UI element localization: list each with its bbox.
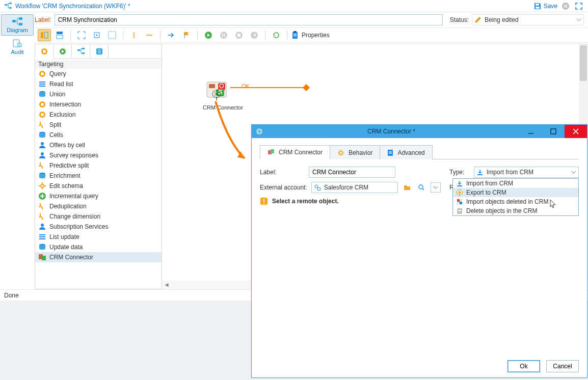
- folder-button[interactable]: [402, 182, 412, 193]
- dialog-title: CRM Connector *: [263, 128, 520, 135]
- activity-icon: [38, 161, 46, 170]
- palette-item-label: Enrichment: [49, 172, 81, 179]
- type-select[interactable]: Import from CRM: [474, 167, 579, 178]
- activity-icon: [38, 172, 46, 180]
- activity-icon: [38, 202, 46, 210]
- palette-item[interactable]: Survey responses: [35, 150, 162, 160]
- tool-dots-v[interactable]: [127, 29, 141, 41]
- tool-zoom-out2[interactable]: [90, 29, 103, 41]
- palette-item[interactable]: Cells: [35, 130, 162, 140]
- palette-item[interactable]: Enrichment: [35, 171, 162, 181]
- tool-refresh[interactable]: [270, 29, 283, 41]
- window-minimize-button[interactable]: [520, 125, 542, 138]
- palette-item[interactable]: Split: [35, 120, 162, 130]
- tool-arrow-right[interactable]: [165, 29, 178, 41]
- window-maximize-button[interactable]: [542, 125, 565, 138]
- tool-flag[interactable]: [180, 29, 193, 41]
- palette-item[interactable]: Predictive split: [35, 160, 162, 171]
- properties-button[interactable]: Properties: [291, 31, 330, 39]
- option-icon: [456, 198, 463, 205]
- ok-button[interactable]: Ok: [507, 360, 540, 372]
- crm-connector-dialog: CRM Connector * CRM Connector Behavior A…: [251, 124, 587, 378]
- type-option[interactable]: Export to CRM: [453, 188, 578, 197]
- palette-item[interactable]: Deduplication: [35, 201, 162, 211]
- palette-tab-targeting[interactable]: [35, 45, 54, 59]
- window-close-button[interactable]: [565, 125, 587, 138]
- external-account-field[interactable]: Salesforce CRM: [311, 182, 398, 193]
- app-icon: [256, 128, 263, 135]
- palette-item[interactable]: Update data: [35, 242, 162, 252]
- tool-stop[interactable]: [232, 29, 246, 41]
- label-caption: Label:: [35, 16, 51, 23]
- connector-label-input[interactable]: [309, 167, 395, 178]
- fullscreen-button[interactable]: [574, 1, 584, 11]
- svg-rect-74: [271, 149, 274, 153]
- palette-item[interactable]: Intersection: [35, 99, 162, 110]
- palette-item[interactable]: Exclusion: [35, 110, 162, 120]
- palette-item[interactable]: Incremental query: [35, 191, 162, 201]
- tool-play[interactable]: [202, 29, 215, 41]
- palette-item[interactable]: Query: [35, 69, 162, 79]
- tab-label: Advanced: [397, 149, 424, 156]
- palette-tab-flow[interactable]: [72, 44, 90, 58]
- palette-item[interactable]: Read list: [35, 79, 162, 89]
- palette-item[interactable]: Change dimension: [35, 211, 162, 222]
- search-button[interactable]: [416, 182, 426, 193]
- palette-item[interactable]: Edit schema: [35, 181, 162, 191]
- close-doc-button[interactable]: [560, 1, 571, 11]
- tool-zoom-sel[interactable]: [105, 29, 119, 41]
- palette-item[interactable]: Union: [35, 89, 162, 99]
- palette-list[interactable]: Targeting QueryRead listUnionIntersectio…: [35, 59, 162, 289]
- dialog-title-bar[interactable]: CRM Connector *: [252, 125, 587, 138]
- svg-rect-37: [77, 49, 80, 51]
- main-toolbar: Properties: [35, 28, 588, 43]
- svg-rect-83: [457, 199, 460, 202]
- tab-label: CRM Connector: [279, 149, 323, 156]
- rail-audit[interactable]: Audit: [1, 37, 34, 57]
- ok-label: Ok: [520, 363, 527, 370]
- svg-rect-81: [457, 185, 462, 186]
- palette-tab-exec[interactable]: [54, 44, 72, 58]
- dropdown-button[interactable]: [431, 182, 441, 193]
- scroll-left-icon[interactable]: ◄: [162, 280, 171, 289]
- tab-crm-connector[interactable]: CRM Connector: [260, 145, 330, 159]
- palette-tabs: [35, 44, 162, 59]
- svg-point-19: [133, 34, 135, 36]
- palette-item[interactable]: List update: [35, 232, 162, 242]
- svg-point-50: [41, 113, 44, 116]
- separator: [70, 30, 71, 40]
- svg-rect-78: [389, 152, 392, 153]
- tool-dots-h[interactable]: [143, 29, 156, 41]
- palette-tab-data[interactable]: [90, 44, 109, 58]
- type-option[interactable]: Import from CRM: [453, 179, 578, 188]
- palette-item-label: Incremental query: [49, 193, 98, 200]
- palette-item-label: Subscription Services: [49, 223, 108, 230]
- node-label: CRM Connector: [203, 104, 243, 111]
- status-text: Done: [4, 292, 19, 299]
- tool-pause[interactable]: [217, 29, 230, 41]
- svg-rect-38: [82, 48, 85, 49]
- type-label: Type:: [449, 169, 470, 176]
- tool-layout-v[interactable]: [53, 29, 66, 41]
- svg-point-57: [41, 224, 44, 227]
- clipboard-icon: [387, 149, 393, 156]
- tool-zoom-fit[interactable]: [75, 29, 88, 41]
- tool-layout-h[interactable]: [38, 29, 51, 41]
- tool-step[interactable]: [248, 29, 261, 41]
- palette-item[interactable]: Offers by cell: [35, 140, 162, 150]
- tab-behavior[interactable]: Behavior: [330, 145, 380, 159]
- svg-point-42: [41, 72, 44, 75]
- save-button[interactable]: Save: [533, 2, 557, 10]
- canvas-node-crm-connector[interactable]: O S OK CRM Connector: [203, 80, 243, 111]
- option-icon: [456, 180, 463, 187]
- tab-advanced[interactable]: Advanced: [380, 145, 432, 159]
- status-select[interactable]: Being edited: [472, 14, 584, 25]
- svg-rect-14: [57, 35, 63, 39]
- palette-item[interactable]: CRM Connector: [35, 252, 162, 262]
- svg-rect-72: [551, 129, 556, 134]
- type-option[interactable]: Import objects deleted in CRM: [453, 197, 578, 206]
- palette-item[interactable]: Subscription Services: [35, 222, 162, 232]
- workflow-label-input[interactable]: [55, 14, 443, 25]
- cancel-button[interactable]: Cancel: [546, 360, 579, 372]
- type-option[interactable]: Delete objects in the CRM: [453, 206, 578, 215]
